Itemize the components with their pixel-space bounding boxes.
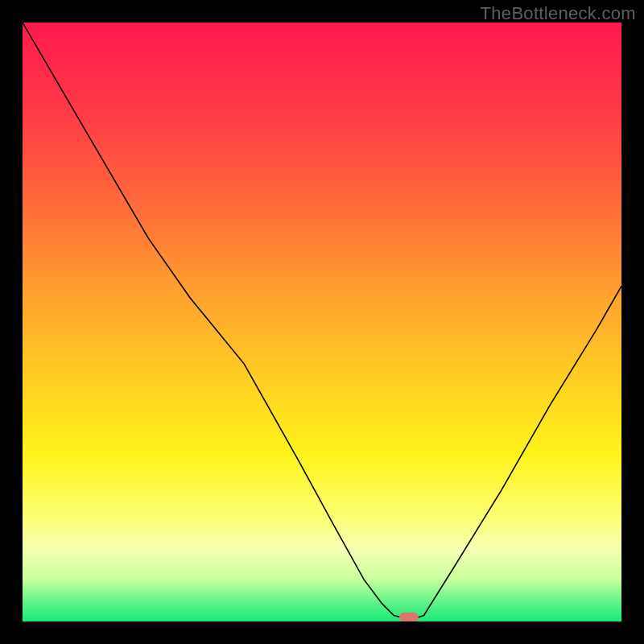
chart-plot-area: [23, 23, 621, 621]
chart-background: [23, 23, 621, 621]
optimal-point-marker: [399, 613, 419, 621]
chart-svg: [23, 23, 621, 621]
watermark-text: TheBottleneck.com: [481, 3, 636, 24]
